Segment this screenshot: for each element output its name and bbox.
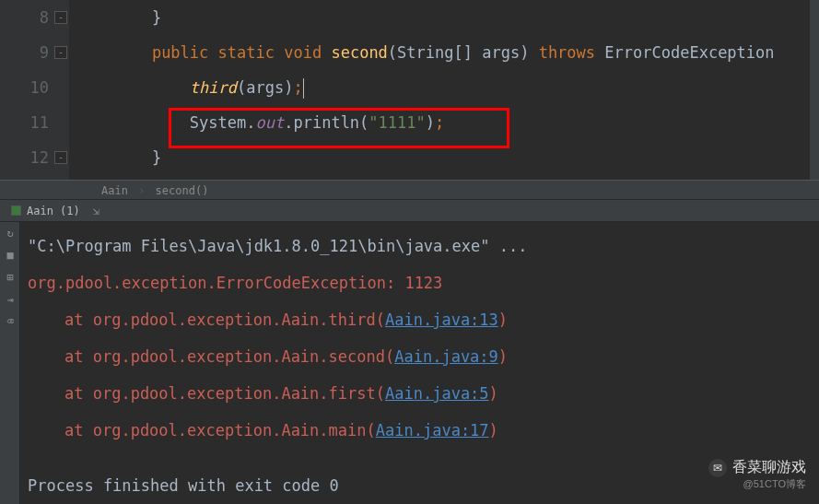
caret (303, 78, 304, 99)
layout-icon[interactable]: ⊞ (0, 266, 20, 288)
console-command: "C:\Program Files\Java\jdk1.8.0_121\bin\… (28, 228, 812, 264)
pin-icon[interactable]: ⇲ (93, 200, 99, 222)
code-line: public static void second(String[] args)… (76, 35, 819, 70)
console-exit: Process finished with exit code 0 (28, 467, 812, 504)
line-number: 11 (0, 105, 49, 140)
watermark-sub: @51CTO博客 (708, 477, 806, 491)
gutter: 8 9 10 11 12 - - - (0, 0, 69, 180)
console-output[interactable]: "C:\Program Files\Java\jdk1.8.0_121\bin\… (20, 222, 819, 504)
stack-trace-link[interactable]: Aain.java:13 (385, 311, 498, 329)
scrollbar[interactable] (810, 0, 819, 180)
fold-icon[interactable]: - (54, 151, 67, 164)
code-line: } (76, 140, 819, 175)
line-number: 10 (0, 70, 49, 105)
rerun-icon[interactable]: ↻ (0, 222, 20, 244)
stack-trace-link[interactable]: Aain.java:9 (394, 347, 498, 366)
stack-trace-line: at org.pdool.exception.Aain.main(Aain.ja… (28, 412, 812, 449)
console-tab[interactable]: Aain (1) ⇲ (0, 200, 111, 221)
code-content[interactable]: } public static void second(String[] arg… (69, 0, 819, 180)
stack-trace-link[interactable]: Aain.java:5 (385, 384, 489, 403)
watermark: ✉ 香菜聊游戏 @51CTO博客 (708, 458, 806, 491)
stack-trace-line: at org.pdool.exception.Aain.third(Aain.j… (28, 301, 812, 338)
breadcrumb-method[interactable]: second() (156, 184, 209, 197)
stack-trace-line: at org.pdool.exception.Aain.second(Aain.… (28, 338, 812, 375)
breadcrumb[interactable]: Aain › second() (0, 180, 819, 200)
watermark-text: 香菜聊游戏 (732, 458, 806, 477)
stop-icon[interactable]: ■ (0, 244, 20, 266)
line-number: 12 (0, 140, 49, 175)
console-tabbar: Aain (1) ⇲ (0, 200, 819, 222)
fold-icon[interactable]: - (54, 46, 67, 59)
code-line: System.out.println("1111"); (76, 105, 819, 140)
export-icon[interactable]: ⇥ (0, 288, 20, 311)
breadcrumb-separator: › (138, 184, 145, 197)
console-exception: org.pdool.exception.ErrorCodeException: … (28, 264, 812, 301)
fold-column: - - - (53, 0, 69, 180)
line-number: 9 (0, 35, 49, 70)
run-config-icon (11, 205, 21, 216)
fold-icon[interactable]: - (54, 11, 67, 24)
stack-trace-link[interactable]: Aain.java:17 (376, 421, 489, 440)
code-line: } (76, 0, 819, 35)
console-toolbar: ↻ ■ ⊞ ⇥ ⌫ (0, 222, 20, 504)
code-editor[interactable]: 8 9 10 11 12 - - - } public static void … (0, 0, 819, 180)
stack-trace-line: at org.pdool.exception.Aain.first(Aain.j… (28, 375, 812, 412)
clear-icon[interactable]: ⌫ (0, 311, 20, 333)
code-line: third(args); (76, 70, 819, 105)
breadcrumb-class[interactable]: Aain (101, 184, 128, 197)
wechat-icon: ✉ (708, 459, 727, 477)
tab-label: Aain (1) (27, 200, 80, 222)
line-number: 8 (0, 0, 49, 35)
